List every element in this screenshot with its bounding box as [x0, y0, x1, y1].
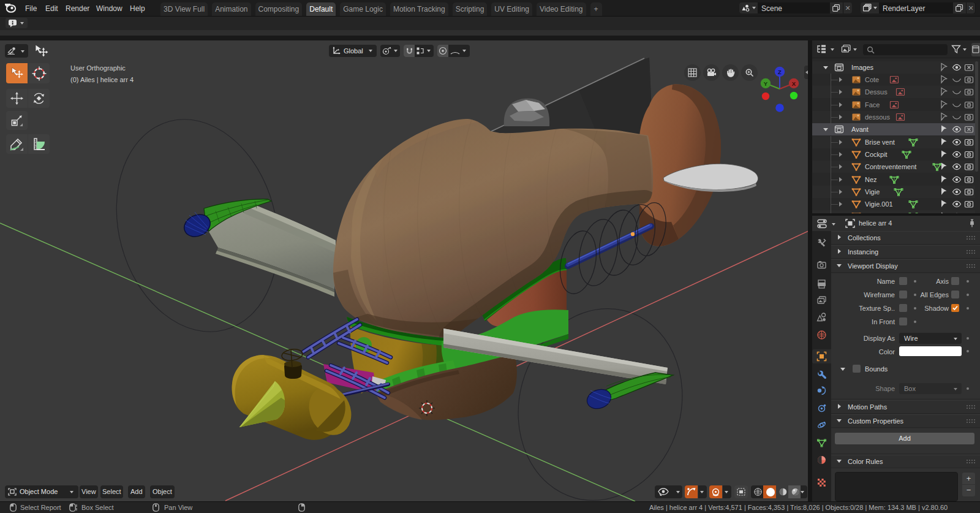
svg-text:Z: Z [778, 69, 782, 75]
svg-text:Y: Y [764, 80, 768, 87]
svg-text:X: X [792, 80, 796, 87]
